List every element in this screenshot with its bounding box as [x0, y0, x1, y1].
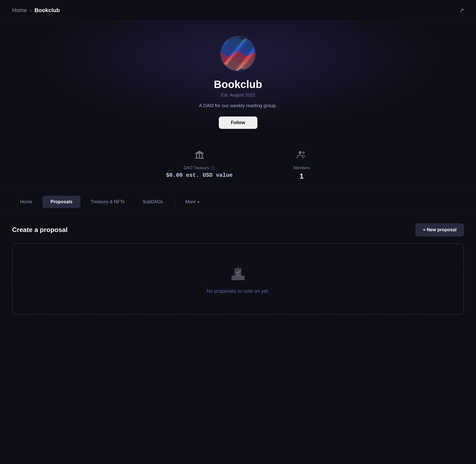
proposals-header: Create a proposal + New proposal — [12, 223, 464, 236]
members-value: 1 — [300, 172, 304, 180]
svg-rect-3 — [196, 154, 197, 158]
svg-rect-1 — [195, 153, 204, 154]
dao-avatar — [220, 36, 256, 71]
svg-rect-0 — [195, 158, 204, 159]
dao-established: Est. August 2022 — [221, 93, 255, 98]
stats-row: DAO Treasury i $0.00 est. USD value Memb… — [0, 139, 476, 191]
treasury-icon — [194, 149, 205, 162]
svg-point-6 — [299, 151, 302, 154]
tab-more[interactable]: More ▾ — [179, 196, 205, 208]
breadcrumb-home[interactable]: Home — [12, 7, 27, 14]
ballot-icon — [229, 264, 247, 282]
tab-treasury-nfts[interactable]: Treasury & NFTs — [83, 196, 133, 208]
new-proposal-button[interactable]: + New proposal — [415, 223, 464, 236]
main-content: Create a proposal + New proposal No prop… — [0, 213, 476, 325]
breadcrumb-current: Bookclub — [35, 7, 60, 14]
treasury-value: $0.00 est. USD value — [166, 172, 233, 179]
more-label: More — [185, 199, 196, 205]
svg-rect-5 — [202, 154, 203, 158]
treasury-stat: DAO Treasury i $0.00 est. USD value — [166, 149, 233, 180]
svg-rect-8 — [231, 276, 245, 280]
tab-home[interactable]: Home — [12, 196, 40, 208]
dao-description: A DAO for our weekly reading group. — [199, 103, 277, 108]
follow-button[interactable]: Follow — [219, 117, 257, 129]
treasury-label: DAO Treasury i — [184, 166, 215, 170]
dao-name: Bookclub — [214, 78, 262, 91]
nav-divider — [175, 198, 175, 206]
chevron-down-icon: ▾ — [198, 200, 199, 204]
svg-rect-4 — [199, 154, 200, 158]
tab-subdaos[interactable]: SubDAOs — [135, 196, 171, 208]
treasury-info-icon[interactable]: i — [211, 166, 215, 170]
empty-state: No proposals to vote on yet. — [12, 243, 464, 315]
breadcrumb-separator: › — [30, 8, 32, 13]
external-link-icon[interactable]: ↗ — [459, 7, 464, 14]
hero-section: Bookclub Est. August 2022 A DAO for our … — [0, 21, 476, 139]
breadcrumb-bar: Home › Bookclub ↗ — [0, 0, 476, 21]
nav-tabs: Home Proposals Treasury & NFTs SubDAOs M… — [0, 191, 476, 213]
breadcrumb: Home › Bookclub — [12, 7, 60, 14]
svg-marker-2 — [195, 151, 203, 153]
proposals-title: Create a proposal — [12, 226, 68, 234]
svg-point-7 — [302, 151, 305, 154]
members-label: Members — [293, 166, 310, 170]
members-icon — [296, 149, 307, 162]
empty-state-text: No proposals to vote on yet. — [206, 288, 269, 294]
members-stat: Members 1 — [293, 149, 310, 180]
tab-proposals[interactable]: Proposals — [42, 196, 81, 208]
